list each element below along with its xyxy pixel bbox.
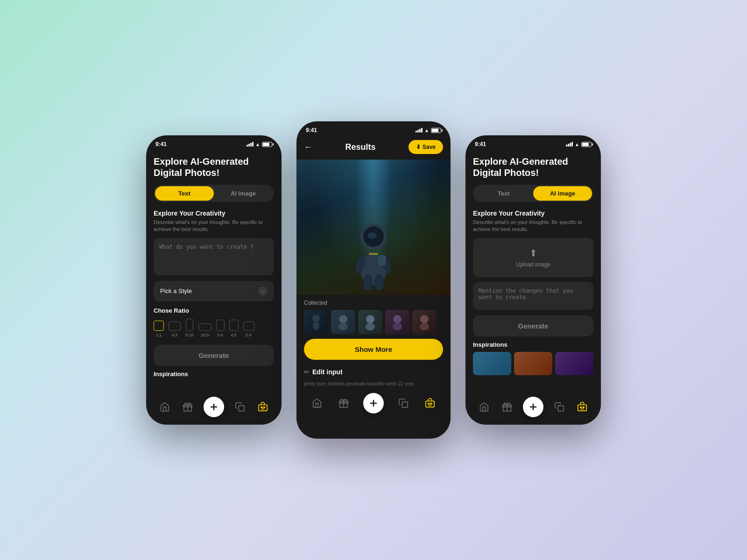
battery-icon bbox=[262, 142, 272, 147]
collected-row bbox=[304, 310, 443, 334]
thumb-1[interactable] bbox=[304, 310, 328, 334]
upload-area[interactable]: ⬆ Upload image bbox=[473, 238, 593, 277]
time-mid: 9:41 bbox=[306, 127, 317, 133]
tab-text-right[interactable]: Text bbox=[474, 186, 533, 201]
ratio-item-3-4[interactable]: 3:4 bbox=[216, 320, 225, 337]
signal-icon-right bbox=[566, 142, 573, 147]
svg-point-29 bbox=[420, 323, 429, 330]
creativity-desc-right: Describe what's on your thoughts. Be spe… bbox=[473, 219, 593, 233]
signal-icon bbox=[247, 142, 254, 147]
app-title-right: Explore AI-Generated Digital Photos! bbox=[473, 156, 593, 178]
save-button[interactable]: ⬇ Save bbox=[409, 140, 443, 154]
svg-point-47 bbox=[580, 407, 582, 408]
chevron-down-icon: ⌄ bbox=[258, 287, 268, 296]
battery-icon-right bbox=[581, 142, 592, 147]
robot-icon-left[interactable] bbox=[256, 400, 269, 413]
show-more-button[interactable]: Show More bbox=[304, 339, 443, 360]
status-bar-right: 9:41 ▲ bbox=[465, 135, 601, 150]
creativity-title-right: Explore Your Creativity bbox=[473, 210, 593, 217]
svg-rect-6 bbox=[259, 405, 267, 411]
generate-btn-left[interactable]: Generate bbox=[154, 345, 274, 366]
tab-switcher-left: Text AI image bbox=[154, 185, 274, 202]
back-arrow-icon[interactable]: ← bbox=[304, 142, 312, 152]
thumb-4[interactable] bbox=[385, 310, 409, 334]
upload-icon: ⬆ bbox=[529, 247, 537, 259]
save-icon: ⬇ bbox=[416, 144, 421, 150]
svg-point-37 bbox=[428, 403, 430, 405]
svg-point-28 bbox=[420, 315, 429, 323]
right-phone: 9:41 ▲ Explore AI-Generated Digital Phot… bbox=[465, 135, 601, 425]
home-icon-left[interactable] bbox=[158, 400, 171, 413]
inspiration-thumb-2[interactable] bbox=[514, 352, 552, 375]
home-icon-right[interactable] bbox=[478, 400, 491, 413]
svg-rect-18 bbox=[378, 255, 386, 266]
style-picker-label: Pick a Style bbox=[160, 287, 192, 294]
copy-icon-left[interactable] bbox=[233, 400, 247, 413]
thumb-5[interactable] bbox=[412, 310, 437, 334]
right-screen: Explore AI-Generated Digital Photos! Tex… bbox=[465, 150, 601, 392]
results-header: ← Results ⬇ Save bbox=[296, 136, 451, 160]
svg-point-26 bbox=[393, 315, 402, 323]
plus-btn-right[interactable] bbox=[523, 397, 543, 417]
ratio-item-5-4[interactable]: 5:4 bbox=[243, 322, 254, 337]
inspiration-thumb-1[interactable] bbox=[473, 352, 511, 375]
ratio-item-4-5[interactable]: 4:5 bbox=[229, 320, 239, 337]
app-title-left: Explore AI-Generated Digital Photos! bbox=[154, 156, 274, 178]
battery-icon-mid bbox=[431, 128, 441, 133]
edit-input-row: ✏ Edit input bbox=[296, 364, 451, 379]
inspiration-thumbs bbox=[473, 352, 593, 375]
changes-textarea[interactable] bbox=[473, 282, 593, 310]
ratio-item-16-9[interactable]: 16:9 bbox=[198, 323, 211, 337]
wifi-icon-right: ▲ bbox=[575, 142, 579, 147]
svg-point-16 bbox=[363, 274, 373, 290]
inspiration-thumb-3[interactable] bbox=[555, 352, 593, 375]
wifi-icon-mid: ▲ bbox=[424, 128, 429, 133]
ratio-item-4-3[interactable]: 4:3 bbox=[169, 322, 181, 337]
gift-icon-mid[interactable] bbox=[337, 397, 350, 410]
collected-section: Collected bbox=[296, 295, 451, 339]
generate-btn-right[interactable]: Generate bbox=[473, 315, 593, 336]
tab-ai-right[interactable]: AI image bbox=[533, 186, 592, 201]
svg-point-20 bbox=[312, 315, 320, 322]
ratio-item-1-1[interactable]: 1:1 bbox=[154, 321, 164, 337]
thumb-3[interactable] bbox=[358, 310, 382, 334]
tab-text-left[interactable]: Text bbox=[155, 186, 214, 201]
robot-icon-right[interactable] bbox=[576, 400, 589, 413]
time-left: 9:41 bbox=[155, 141, 167, 147]
style-picker-left[interactable]: Pick a Style ⌄ bbox=[154, 281, 274, 301]
upload-label: Upload image bbox=[516, 261, 550, 268]
robot-icon-mid[interactable] bbox=[423, 397, 437, 410]
tab-ai-left[interactable]: AI image bbox=[214, 186, 273, 201]
creativity-title-left: Explore Your Creativity bbox=[154, 210, 274, 217]
ratio-title: Chose Ratio bbox=[154, 307, 274, 314]
inspirations-label-right: Inspirations bbox=[473, 341, 593, 348]
ratio-item-9-16[interactable]: 9:16 bbox=[185, 319, 194, 337]
svg-rect-5 bbox=[239, 406, 245, 411]
copy-icon-right[interactable] bbox=[553, 400, 566, 413]
thumb-2[interactable] bbox=[331, 310, 355, 334]
collected-label: Collected bbox=[304, 300, 443, 306]
middle-phone: 9:41 ▲ ← Results ⬇ Save bbox=[296, 121, 451, 439]
creativity-desc-left: Describe what's on your thoughts. Be spe… bbox=[154, 219, 274, 233]
home-icon-mid[interactable] bbox=[310, 397, 324, 410]
status-icons-right: ▲ bbox=[566, 142, 592, 147]
astronaut-figure bbox=[350, 204, 397, 290]
plus-btn-left[interactable] bbox=[204, 397, 224, 417]
gift-icon-left[interactable] bbox=[181, 400, 194, 413]
copy-icon-mid[interactable] bbox=[397, 397, 410, 410]
bottom-nav-mid bbox=[296, 388, 451, 421]
left-screen: Explore AI-Generated Digital Photos! Tex… bbox=[146, 150, 282, 392]
svg-point-27 bbox=[393, 323, 402, 330]
status-icons-left: ▲ bbox=[247, 142, 272, 147]
plus-btn-mid[interactable] bbox=[363, 393, 384, 413]
left-phone: 9:41 ▲ Explore AI-Generated Digital Phot… bbox=[146, 135, 282, 425]
results-title: Results bbox=[345, 142, 375, 152]
svg-rect-36 bbox=[426, 401, 434, 407]
svg-point-21 bbox=[313, 322, 319, 330]
svg-rect-46 bbox=[578, 405, 586, 411]
edit-preview-text: pretty face, bubbles penetrate beautiful… bbox=[296, 379, 451, 388]
svg-point-24 bbox=[366, 315, 374, 323]
gift-icon-right[interactable] bbox=[500, 400, 514, 413]
ratio-row: 1:1 4:3 9:16 16:9 3:4 4:5 bbox=[154, 319, 274, 337]
create-textarea-left[interactable] bbox=[154, 238, 274, 275]
